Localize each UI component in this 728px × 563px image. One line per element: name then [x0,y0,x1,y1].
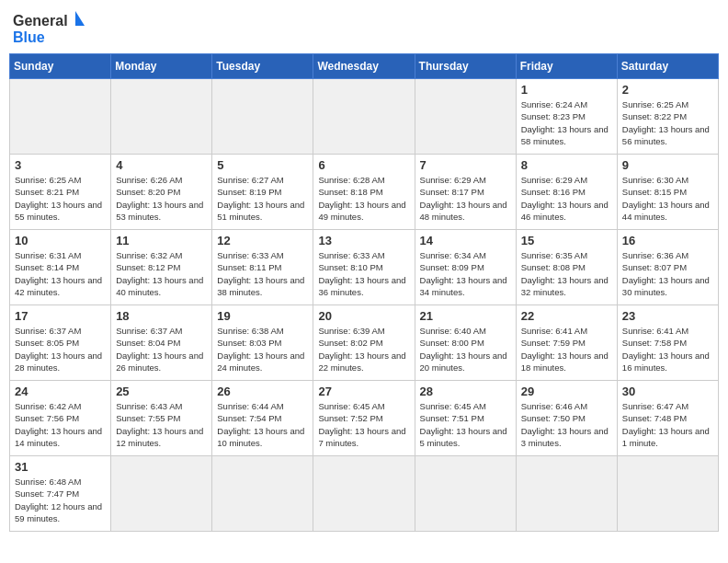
day-info: Sunrise: 6:34 AM Sunset: 8:09 PM Dayligh… [420,249,511,298]
calendar-cell [212,79,313,155]
calendar-cell: 25Sunrise: 6:43 AM Sunset: 7:55 PM Dayli… [111,381,212,456]
day-info: Sunrise: 6:30 AM Sunset: 8:15 PM Dayligh… [622,174,713,223]
column-header-tuesday: Tuesday [212,54,313,79]
day-number: 12 [217,234,308,247]
calendar-cell: 23Sunrise: 6:41 AM Sunset: 7:58 PM Dayli… [617,305,718,381]
column-header-friday: Friday [516,54,617,79]
day-info: Sunrise: 6:35 AM Sunset: 8:08 PM Dayligh… [521,249,612,298]
day-info: Sunrise: 6:28 AM Sunset: 8:18 PM Dayligh… [318,174,409,223]
calendar-week-row: 10Sunrise: 6:31 AM Sunset: 8:14 PM Dayli… [10,230,719,305]
day-info: Sunrise: 6:42 AM Sunset: 7:56 PM Dayligh… [15,400,106,449]
day-number: 17 [15,309,106,323]
day-info: Sunrise: 6:43 AM Sunset: 7:55 PM Dayligh… [116,400,207,449]
svg-text:General: General [13,13,68,29]
calendar-cell: 17Sunrise: 6:37 AM Sunset: 8:05 PM Dayli… [10,305,111,381]
svg-text:Blue: Blue [13,29,45,45]
day-info: Sunrise: 6:40 AM Sunset: 8:00 PM Dayligh… [420,325,511,373]
calendar-cell: 27Sunrise: 6:45 AM Sunset: 7:52 PM Dayli… [313,381,415,456]
day-number: 23 [622,309,713,323]
calendar-week-row: 3Sunrise: 6:25 AM Sunset: 8:21 PM Daylig… [10,155,719,230]
day-number: 26 [217,385,308,398]
day-number: 18 [116,309,207,323]
day-info: Sunrise: 6:26 AM Sunset: 8:20 PM Dayligh… [116,174,207,223]
day-number: 16 [622,234,713,247]
calendar-cell [415,456,516,532]
calendar-cell: 26Sunrise: 6:44 AM Sunset: 7:54 PM Dayli… [212,381,313,456]
calendar-cell: 16Sunrise: 6:36 AM Sunset: 8:07 PM Dayli… [617,230,718,305]
day-number: 14 [420,234,511,247]
calendar-cell [111,456,212,532]
calendar-cell: 2Sunrise: 6:25 AM Sunset: 8:22 PM Daylig… [617,79,718,155]
day-number: 9 [622,158,713,172]
day-info: Sunrise: 6:32 AM Sunset: 8:12 PM Dayligh… [116,249,207,298]
day-number: 29 [521,385,612,398]
day-info: Sunrise: 6:37 AM Sunset: 8:05 PM Dayligh… [15,325,106,373]
calendar-cell: 7Sunrise: 6:29 AM Sunset: 8:17 PM Daylig… [415,155,516,230]
calendar-week-row: 31Sunrise: 6:48 AM Sunset: 7:47 PM Dayli… [10,456,719,532]
calendar-week-row: 24Sunrise: 6:42 AM Sunset: 7:56 PM Dayli… [10,381,719,456]
column-header-thursday: Thursday [415,54,516,79]
day-info: Sunrise: 6:33 AM Sunset: 8:11 PM Dayligh… [217,249,308,298]
calendar-table: SundayMondayTuesdayWednesdayThursdayFrid… [9,53,719,532]
day-number: 6 [318,158,409,172]
day-info: Sunrise: 6:38 AM Sunset: 8:03 PM Dayligh… [217,325,308,373]
calendar-cell: 12Sunrise: 6:33 AM Sunset: 8:11 PM Dayli… [212,230,313,305]
day-info: Sunrise: 6:46 AM Sunset: 7:50 PM Dayligh… [521,400,612,449]
day-number: 31 [15,460,106,474]
day-info: Sunrise: 6:39 AM Sunset: 8:02 PM Dayligh… [318,325,409,373]
calendar-cell: 15Sunrise: 6:35 AM Sunset: 8:08 PM Dayli… [516,230,617,305]
calendar-cell: 19Sunrise: 6:38 AM Sunset: 8:03 PM Dayli… [212,305,313,381]
column-header-saturday: Saturday [617,54,718,79]
calendar-cell: 22Sunrise: 6:41 AM Sunset: 7:59 PM Dayli… [516,305,617,381]
calendar-cell [415,79,516,155]
svg-marker-2 [75,11,85,26]
calendar-cell [212,456,313,532]
day-number: 7 [420,158,511,172]
calendar-cell: 1Sunrise: 6:24 AM Sunset: 8:23 PM Daylig… [516,79,617,155]
calendar-cell: 3Sunrise: 6:25 AM Sunset: 8:21 PM Daylig… [10,155,111,230]
day-number: 30 [622,385,713,398]
calendar-cell: 4Sunrise: 6:26 AM Sunset: 8:20 PM Daylig… [111,155,212,230]
calendar-cell [617,456,718,532]
calendar-cell [313,79,415,155]
day-number: 27 [318,385,409,398]
calendar-cell: 24Sunrise: 6:42 AM Sunset: 7:56 PM Dayli… [10,381,111,456]
day-number: 2 [622,83,713,97]
calendar-cell [313,456,415,532]
column-header-monday: Monday [111,54,212,79]
day-info: Sunrise: 6:47 AM Sunset: 7:48 PM Dayligh… [622,400,713,449]
day-info: Sunrise: 6:31 AM Sunset: 8:14 PM Dayligh… [15,249,106,298]
calendar-cell: 21Sunrise: 6:40 AM Sunset: 8:00 PM Dayli… [415,305,516,381]
day-number: 8 [521,158,612,172]
day-number: 5 [217,158,308,172]
calendar-cell: 5Sunrise: 6:27 AM Sunset: 8:19 PM Daylig… [212,155,313,230]
calendar-cell: 10Sunrise: 6:31 AM Sunset: 8:14 PM Dayli… [10,230,111,305]
calendar-cell: 13Sunrise: 6:33 AM Sunset: 8:10 PM Dayli… [313,230,415,305]
day-info: Sunrise: 6:37 AM Sunset: 8:04 PM Dayligh… [116,325,207,373]
day-info: Sunrise: 6:24 AM Sunset: 8:23 PM Dayligh… [521,98,612,147]
day-number: 24 [15,385,106,398]
day-number: 15 [521,234,612,247]
day-info: Sunrise: 6:29 AM Sunset: 8:17 PM Dayligh… [420,174,511,223]
day-number: 10 [15,234,106,247]
day-number: 13 [318,234,409,247]
day-number: 20 [318,309,409,323]
day-info: Sunrise: 6:29 AM Sunset: 8:16 PM Dayligh… [521,174,612,223]
day-number: 28 [420,385,511,398]
day-number: 21 [420,309,511,323]
day-info: Sunrise: 6:41 AM Sunset: 7:58 PM Dayligh… [622,325,713,373]
day-info: Sunrise: 6:25 AM Sunset: 8:22 PM Dayligh… [622,98,713,147]
day-number: 4 [116,158,207,172]
calendar-cell: 20Sunrise: 6:39 AM Sunset: 8:02 PM Dayli… [313,305,415,381]
column-header-wednesday: Wednesday [313,54,415,79]
day-info: Sunrise: 6:44 AM Sunset: 7:54 PM Dayligh… [217,400,308,449]
day-info: Sunrise: 6:45 AM Sunset: 7:51 PM Dayligh… [420,400,511,449]
calendar-cell: 11Sunrise: 6:32 AM Sunset: 8:12 PM Dayli… [111,230,212,305]
calendar-header-row: SundayMondayTuesdayWednesdayThursdayFrid… [10,54,719,79]
day-number: 1 [521,83,612,97]
day-info: Sunrise: 6:41 AM Sunset: 7:59 PM Dayligh… [521,325,612,373]
page-header: GeneralBlue [9,9,719,46]
day-number: 22 [521,309,612,323]
day-number: 19 [217,309,308,323]
calendar-cell: 18Sunrise: 6:37 AM Sunset: 8:04 PM Dayli… [111,305,212,381]
